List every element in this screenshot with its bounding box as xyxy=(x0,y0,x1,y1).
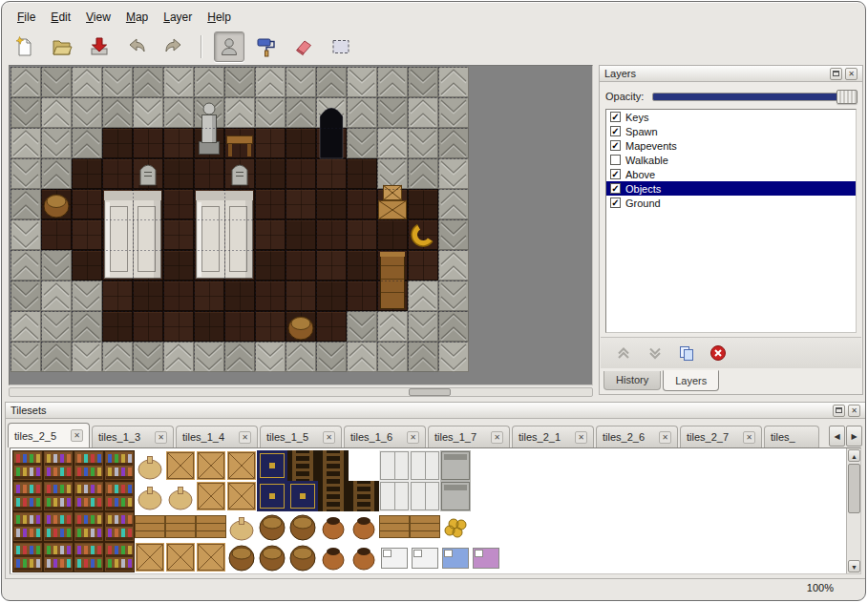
tileset-tab-label: tiles_1_5 xyxy=(266,431,308,443)
tab-close-icon[interactable]: ✕ xyxy=(155,431,167,444)
opacity-slider-handle[interactable] xyxy=(836,90,857,104)
menu-edit[interactable]: Edit xyxy=(43,8,78,27)
scrollbar-thumb[interactable] xyxy=(409,388,451,396)
scroll-up-icon[interactable]: ▲ xyxy=(848,449,860,462)
tileset-vertical-scrollbar[interactable]: ▲ ▼ xyxy=(846,448,860,573)
tileset-tab-tiles_1_6[interactable]: tiles_1_6 ✕ xyxy=(344,426,426,447)
float-panel-icon[interactable] xyxy=(830,68,842,80)
tab-close-icon[interactable]: ✕ xyxy=(659,431,671,444)
tileset-tab-tiles_2_5[interactable]: tiles_2_5 ✕ xyxy=(8,423,90,447)
tileset-tabbar: tiles_2_5 ✕ tiles_1_3 ✕ tiles_1_4 ✕ tile… xyxy=(8,423,827,447)
delete-icon xyxy=(709,344,727,362)
fill-tool-button[interactable] xyxy=(251,31,282,62)
undo-button[interactable] xyxy=(121,31,152,62)
layers-panel-title: Layers xyxy=(604,68,636,79)
tileset-tab-label: tiles_1_3 xyxy=(98,431,140,443)
tilesets-panel: Tilesets ✕ tiles_2_5 ✕ tiles_1_3 ✕ tiles… xyxy=(5,402,866,579)
layer-label: Keys xyxy=(625,112,648,123)
fill-tool-icon xyxy=(255,35,278,58)
layer-row-keys[interactable]: Keys xyxy=(606,110,856,124)
app-window: File Edit View Map Layer Help xyxy=(1,1,866,601)
select-tool-icon xyxy=(329,35,352,58)
tileset-tab-truncated[interactable]: tiles_ xyxy=(764,426,819,447)
close-panel-icon[interactable]: ✕ xyxy=(845,68,857,80)
float-panel-icon[interactable] xyxy=(833,405,845,417)
tileset-canvas[interactable] xyxy=(12,450,501,572)
scroll-tabs-right-icon[interactable]: ▶ xyxy=(846,426,862,447)
layer-visibility-checkbox[interactable] xyxy=(610,112,621,122)
chevron-up-icon xyxy=(615,344,632,362)
tileset-tab-tiles_1_5[interactable]: tiles_1_5 ✕ xyxy=(260,426,342,447)
layer-row-mapevents[interactable]: Mapevents xyxy=(606,138,856,153)
close-panel-icon[interactable]: ✕ xyxy=(848,405,860,417)
menu-view[interactable]: View xyxy=(78,8,118,27)
redo-button[interactable] xyxy=(159,31,189,62)
tileset-tab-label: tiles_2_1 xyxy=(519,431,561,443)
tab-close-icon[interactable]: ✕ xyxy=(575,431,587,444)
new-file-icon xyxy=(13,35,36,58)
map-horizontal-scrollbar[interactable] xyxy=(9,387,593,397)
tab-close-icon[interactable]: ✕ xyxy=(323,431,335,444)
layer-toolbar xyxy=(601,337,861,368)
layer-label: Spawn xyxy=(625,126,658,137)
tab-close-icon[interactable]: ✕ xyxy=(491,431,503,444)
menu-layer[interactable]: Layer xyxy=(156,8,200,27)
tileset-tab-tiles_2_7[interactable]: tiles_2_7 ✕ xyxy=(680,426,762,447)
tileset-tab-label: tiles_1_6 xyxy=(350,431,392,443)
tab-scroll-buttons: ◀ ▶ xyxy=(829,426,862,447)
layer-row-ground[interactable]: Ground xyxy=(606,196,856,210)
tileset-tab-tiles_1_4[interactable]: tiles_1_4 ✕ xyxy=(176,426,258,447)
layer-visibility-checkbox[interactable] xyxy=(610,183,621,194)
layer-row-spawn[interactable]: Spawn xyxy=(606,124,856,138)
tileset-tab-tiles_2_6[interactable]: tiles_2_6 ✕ xyxy=(596,426,678,447)
menu-file[interactable]: File xyxy=(10,8,43,27)
tab-layers[interactable]: Layers xyxy=(663,370,719,391)
dock-bottom-tabs: History Layers xyxy=(603,371,719,394)
chevron-down-icon xyxy=(646,344,664,362)
tab-history[interactable]: History xyxy=(603,371,661,390)
lower-layer-button[interactable] xyxy=(644,342,667,364)
stamp-tool-icon xyxy=(218,35,241,58)
tab-close-icon[interactable]: ✕ xyxy=(743,431,755,444)
scroll-tabs-left-icon[interactable]: ◀ xyxy=(829,426,845,447)
layer-visibility-checkbox[interactable] xyxy=(610,198,621,208)
delete-layer-button[interactable] xyxy=(707,342,730,364)
tab-close-icon[interactable]: ✕ xyxy=(71,429,83,442)
tileset-tab-tiles_1_3[interactable]: tiles_1_3 ✕ xyxy=(92,426,174,447)
layer-visibility-checkbox[interactable] xyxy=(610,169,621,179)
menu-bar: File Edit View Map Layer Help xyxy=(10,7,239,28)
map-viewport[interactable] xyxy=(9,65,593,385)
layer-row-objects[interactable]: Objects xyxy=(606,181,856,196)
select-tool-button[interactable] xyxy=(326,31,356,62)
layer-visibility-checkbox[interactable] xyxy=(610,155,621,165)
opacity-slider[interactable] xyxy=(652,93,857,101)
tileset-view[interactable]: ▲ ▼ xyxy=(10,447,861,574)
duplicate-layer-button[interactable] xyxy=(675,342,698,364)
layer-list: Keys Spawn Mapevents Walkable Above Obje… xyxy=(605,109,857,333)
tileset-tab-label: tiles_2_7 xyxy=(687,431,729,443)
layer-row-walkable[interactable]: Walkable xyxy=(606,153,856,167)
tileset-tab-tiles_1_7[interactable]: tiles_1_7 ✕ xyxy=(428,426,510,447)
raise-layer-button[interactable] xyxy=(612,342,635,364)
scrollbar-thumb[interactable] xyxy=(848,464,860,513)
opacity-slider-fill xyxy=(653,94,856,100)
map-canvas[interactable] xyxy=(11,67,469,372)
stamp-tool-button[interactable] xyxy=(214,31,244,62)
layer-label: Mapevents xyxy=(625,140,677,152)
main-toolbar xyxy=(10,30,356,64)
layer-visibility-checkbox[interactable] xyxy=(610,126,621,136)
save-button[interactable] xyxy=(84,31,115,62)
tileset-tab-label: tiles_ xyxy=(771,431,795,443)
new-file-button[interactable] xyxy=(10,31,40,62)
tab-close-icon[interactable]: ✕ xyxy=(239,431,251,444)
scroll-down-icon[interactable]: ▼ xyxy=(848,560,860,572)
tab-close-icon[interactable]: ✕ xyxy=(407,431,419,444)
eraser-tool-button[interactable] xyxy=(288,31,319,62)
layer-label: Ground xyxy=(625,198,661,209)
open-file-button[interactable] xyxy=(47,31,77,62)
menu-map[interactable]: Map xyxy=(118,8,156,27)
layer-visibility-checkbox[interactable] xyxy=(610,140,621,151)
tileset-tab-tiles_2_1[interactable]: tiles_2_1 ✕ xyxy=(512,426,594,447)
menu-help[interactable]: Help xyxy=(200,8,239,27)
layer-row-above[interactable]: Above xyxy=(606,167,856,181)
